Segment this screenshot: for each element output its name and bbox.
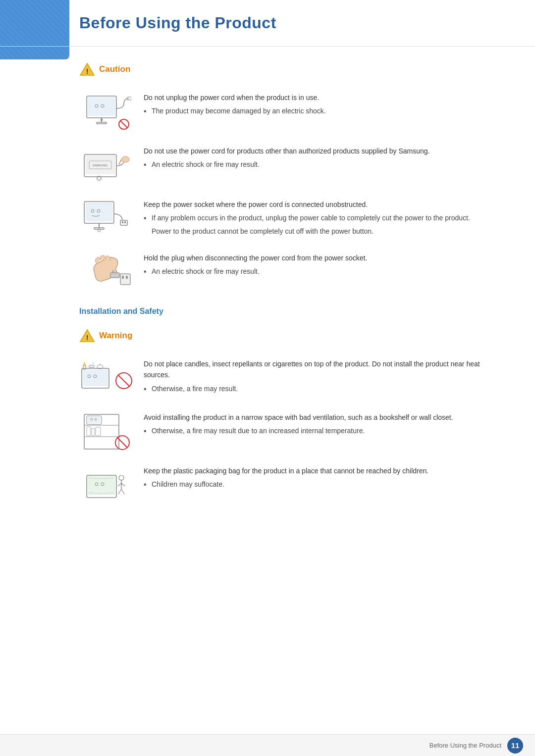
warning-bullet-text-3-0: Children may suffocate. xyxy=(152,479,224,490)
warning-triangle-icon: ! xyxy=(79,328,95,344)
warning-image-1 xyxy=(79,358,134,398)
caution-text-2: Do not use the power cord for products o… xyxy=(144,146,505,173)
svg-rect-29 xyxy=(110,273,119,278)
caution-image-4 xyxy=(79,252,134,292)
warning-bullet-2-0: • Otherwise, a fire may result due to an… xyxy=(144,426,505,437)
warning-item-3: Keep the plastic packaging bag for the p… xyxy=(79,465,505,505)
caution-image-2: SAMSUNG xyxy=(79,146,134,185)
svg-rect-54 xyxy=(88,417,101,423)
caution-bullet-text-2-0: An electric shock or fire may result. xyxy=(152,159,260,170)
svg-line-69 xyxy=(121,483,125,486)
monitor-svg-2: SAMSUNG xyxy=(82,147,131,184)
svg-rect-32 xyxy=(120,274,130,285)
caution-image-3 xyxy=(79,199,134,239)
warning-bullet-text-2-0: Otherwise, a fire may result due to an i… xyxy=(152,426,365,436)
page-title: Before Using the Product xyxy=(79,14,505,32)
svg-line-18 xyxy=(119,159,121,164)
caution-label: Caution xyxy=(99,64,130,74)
caution-main-4: Hold the plug when disconnecting the pow… xyxy=(144,252,505,263)
caution-main-1: Do not unplug the power cord when the pr… xyxy=(144,92,505,103)
caution-bullet-text-4-0: An electric shock or fire may result. xyxy=(152,266,260,277)
bullet-dot: • xyxy=(144,266,148,277)
caution-text-1: Do not unplug the power cord when the pr… xyxy=(144,92,505,119)
caution-bullet-3-0: • If any problem occurs in the product, … xyxy=(144,213,505,224)
svg-rect-28 xyxy=(124,221,126,223)
caution-item-1: Do not unplug the power cord when the pr… xyxy=(79,92,505,132)
svg-line-11 xyxy=(120,121,127,128)
caution-image-1 xyxy=(79,92,134,132)
candles-svg xyxy=(79,358,134,398)
monitor-svg-3 xyxy=(82,199,131,239)
bullet-dot: • xyxy=(144,106,148,117)
caution-bullet-4-0: • An electric shock or fire may result. xyxy=(144,266,505,277)
page-footer: Before Using the Product 11 xyxy=(0,734,535,756)
svg-rect-3 xyxy=(88,97,115,116)
caution-bullet-text-1-0: The product may become damaged by an ele… xyxy=(152,106,326,116)
caution-text-3: Keep the power socket where the power co… xyxy=(144,199,505,237)
caution-item-4: Hold the plug when disconnecting the pow… xyxy=(79,252,505,292)
caution-text-4: Hold the plug when disconnecting the pow… xyxy=(144,252,505,280)
svg-line-68 xyxy=(118,483,121,486)
warning-label: Warning xyxy=(99,331,132,341)
caution-sub-note-3: Power to the product cannot be completel… xyxy=(152,226,505,237)
svg-rect-34 xyxy=(126,276,128,279)
footer-text: Before Using the Product xyxy=(429,742,501,749)
warning-bullet-text-1-0: Otherwise, a fire may result. xyxy=(152,384,238,394)
warning-text-3: Keep the plastic packaging bag for the p… xyxy=(144,465,505,493)
svg-text:!: ! xyxy=(86,67,89,75)
warning-alert: ! Warning xyxy=(79,328,505,344)
svg-rect-44 xyxy=(89,365,94,367)
svg-rect-5 xyxy=(97,122,107,124)
monitor-svg-1 xyxy=(82,94,131,131)
warning-main-1: Do not place candles, insect repellants … xyxy=(144,358,505,381)
page-number: 11 xyxy=(507,738,523,754)
page-header: Before Using the Product xyxy=(0,0,535,47)
warning-image-2 xyxy=(79,412,134,452)
warning-main-2: Avoid installing the product in a narrow… xyxy=(144,412,505,423)
bookshelf-svg xyxy=(82,412,131,452)
sidebar-stripe xyxy=(0,0,69,756)
svg-rect-20 xyxy=(85,202,113,221)
warning-text-2: Avoid installing the product in a narrow… xyxy=(144,412,505,439)
svg-line-49 xyxy=(118,375,130,387)
main-content: ! Caution xyxy=(0,61,535,549)
caution-triangle-icon: ! xyxy=(79,61,95,77)
svg-text:SAMSUNG: SAMSUNG xyxy=(93,164,108,167)
warning-bullet-3-0: • Children may suffocate. xyxy=(144,479,505,490)
warning-text-1: Do not place candles, insect repellants … xyxy=(144,358,505,397)
svg-line-70 xyxy=(118,489,121,494)
svg-line-71 xyxy=(121,489,124,494)
caution-bullet-1-0: • The product may become damaged by an e… xyxy=(144,106,505,117)
plug-hand-svg xyxy=(82,254,131,291)
svg-point-17 xyxy=(121,156,129,162)
svg-rect-26 xyxy=(120,220,127,225)
warning-icon-group: ! Warning xyxy=(79,328,132,344)
caution-bullet-text-3-0: If any problem occurs in the product, un… xyxy=(152,213,470,223)
caution-alert: ! Caution xyxy=(79,61,505,77)
warning-image-3 xyxy=(79,465,134,505)
caution-item-3: Keep the power socket where the power co… xyxy=(79,199,505,239)
svg-rect-57 xyxy=(87,427,91,436)
svg-rect-58 xyxy=(92,428,95,436)
page: Before Using the Product ! Caution xyxy=(0,0,535,756)
svg-line-45 xyxy=(93,362,94,364)
bullet-dot: • xyxy=(144,213,148,224)
svg-point-66 xyxy=(119,475,124,480)
svg-rect-63 xyxy=(88,476,115,495)
svg-rect-59 xyxy=(96,427,101,436)
warning-item-2: Avoid installing the product in a narrow… xyxy=(79,412,505,452)
installation-section: Installation and Safety xyxy=(79,307,505,316)
packaging-svg xyxy=(82,465,131,505)
warning-main-3: Keep the plastic packaging bag for the p… xyxy=(144,465,505,476)
bullet-dot: • xyxy=(144,384,148,395)
caution-bullet-2-0: • An electric shock or fire may result. xyxy=(144,159,505,170)
bullet-dot: • xyxy=(144,479,148,490)
svg-rect-33 xyxy=(122,276,124,279)
caution-item-2: SAMSUNG Do not use the power cord for pr… xyxy=(79,146,505,185)
installation-label: Installation and Safety xyxy=(79,307,505,316)
svg-text:!: ! xyxy=(86,334,89,342)
svg-rect-27 xyxy=(122,221,123,223)
bullet-dot: • xyxy=(144,426,148,437)
caution-main-2: Do not use the power cord for products o… xyxy=(144,146,505,156)
warning-item-1: Do not place candles, insect repellants … xyxy=(79,358,505,398)
